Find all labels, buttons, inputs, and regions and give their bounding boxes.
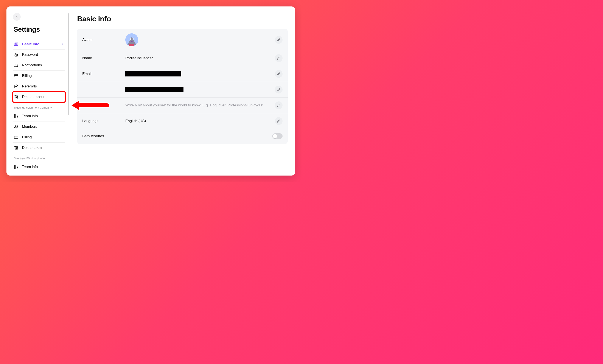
- sidebar-nav-personal: Basic info Password Notifications: [6, 39, 69, 102]
- sidebar-nav-team-1: Trusting Assignment Company Team info Me…: [6, 102, 69, 153]
- trash-icon: [14, 94, 19, 99]
- edit-about-button[interactable]: [275, 101, 283, 109]
- row-name: Name Padlet Influencer: [77, 50, 288, 66]
- settings-main: Basic info Avatar: [69, 6, 295, 176]
- pencil-icon: [277, 104, 280, 107]
- page-title: Basic info: [77, 15, 288, 23]
- sidebar-section-label: Trusting Assignment Company: [13, 102, 65, 111]
- row-avatar: Avatar: [77, 30, 288, 50]
- envelope-open-icon: [14, 84, 19, 89]
- sidebar-item-label: Team info: [22, 114, 38, 118]
- sidebar-item-team-billing[interactable]: Billing: [13, 132, 65, 142]
- row-label: Beta features: [82, 134, 272, 138]
- beta-features-toggle[interactable]: [272, 133, 283, 139]
- row-email: Email: [77, 66, 288, 82]
- sidebar-item-label: Members: [22, 125, 37, 129]
- pencil-icon: [277, 38, 280, 42]
- avatar: [125, 33, 138, 46]
- bell-icon: [14, 63, 19, 68]
- settings-sidebar: Settings Basic info Password: [6, 6, 69, 176]
- redacted-value: [125, 71, 181, 76]
- sidebar-item-members[interactable]: Members: [13, 121, 65, 132]
- edit-username-button[interactable]: [275, 86, 283, 94]
- sidebar-item-label: Delete account: [22, 95, 46, 99]
- back-button[interactable]: [13, 13, 21, 21]
- svg-point-16: [133, 39, 134, 39]
- row-label: Name: [82, 56, 125, 60]
- svg-point-1: [15, 44, 16, 44]
- svg-point-8: [15, 125, 16, 127]
- settings-window: Settings Basic info Password: [6, 6, 295, 176]
- row-value-name: Padlet Influencer: [125, 56, 275, 60]
- trash-icon: [14, 145, 19, 150]
- books-icon: [14, 114, 19, 118]
- edit-avatar-button[interactable]: [275, 36, 283, 44]
- sidebar-item-delete-account[interactable]: Delete account: [13, 92, 65, 102]
- svg-rect-6: [14, 74, 18, 77]
- chevron-left-icon: [15, 15, 18, 18]
- svg-point-15: [130, 39, 131, 39]
- sidebar-nav-team-2: Overjoyed Working United Team info: [6, 153, 69, 172]
- id-card-icon: [14, 42, 19, 47]
- row-label: Language: [82, 119, 125, 123]
- sidebar-section-label: Overjoyed Working United: [13, 153, 65, 162]
- sidebar-item-label: Delete team: [22, 146, 42, 150]
- pencil-icon: [277, 119, 280, 123]
- row-label: Email: [82, 72, 125, 76]
- row-about: About Write a bit about yourself for the…: [77, 98, 288, 113]
- row-label: About: [82, 103, 125, 107]
- svg-point-9: [17, 126, 18, 127]
- sidebar-item-billing[interactable]: Billing: [13, 71, 65, 81]
- row-value-about: Write a bit about yourself for the world…: [125, 103, 275, 107]
- people-icon: [14, 124, 19, 129]
- svg-rect-10: [14, 136, 18, 139]
- row-value-avatar: [125, 33, 275, 46]
- sidebar-item-label: Billing: [22, 74, 32, 78]
- row-beta-features: Beta features: [77, 129, 288, 143]
- row-language: Language English (US): [77, 113, 288, 129]
- books-icon: [14, 164, 19, 169]
- lock-icon: [14, 52, 19, 57]
- basic-info-card: Avatar: [77, 29, 288, 144]
- sidebar-item-label: Password: [22, 53, 38, 57]
- sidebar-item-referrals[interactable]: Referrals: [13, 81, 65, 92]
- sidebar-item-basic-info[interactable]: Basic info: [13, 39, 65, 49]
- sidebar-item-label: Referrals: [22, 84, 37, 89]
- pencil-icon: [277, 57, 280, 60]
- sidebar-item-team-info[interactable]: Team info: [13, 111, 65, 121]
- sidebar-item-password[interactable]: Password: [13, 49, 65, 60]
- svg-rect-17: [129, 44, 134, 46]
- credit-card-icon: [14, 73, 19, 78]
- row-value-email: [125, 71, 275, 76]
- row-value-language: English (US): [125, 119, 275, 123]
- sidebar-item-label: Basic info: [22, 42, 39, 46]
- svg-rect-0: [14, 43, 18, 46]
- chevron-right-icon: [62, 42, 64, 46]
- row-username: [77, 82, 288, 98]
- edit-language-button[interactable]: [275, 117, 283, 125]
- row-label: Avatar: [82, 38, 125, 42]
- edit-name-button[interactable]: [275, 54, 283, 62]
- sidebar-item-label: Team info: [22, 165, 38, 169]
- pencil-icon: [277, 72, 280, 76]
- credit-card-icon: [14, 135, 19, 140]
- row-value-username: [125, 87, 275, 92]
- pencil-icon: [277, 88, 280, 91]
- sidebar-title: Settings: [13, 25, 69, 33]
- edit-email-button[interactable]: [275, 70, 283, 78]
- sidebar-item-label: Notifications: [22, 63, 42, 67]
- svg-point-5: [16, 55, 16, 56]
- redacted-value: [125, 87, 184, 92]
- sidebar-item-notifications[interactable]: Notifications: [13, 60, 65, 71]
- sidebar-item-team-info[interactable]: Team info: [13, 162, 65, 172]
- sidebar-item-delete-team[interactable]: Delete team: [13, 142, 65, 153]
- sidebar-item-label: Billing: [22, 135, 32, 139]
